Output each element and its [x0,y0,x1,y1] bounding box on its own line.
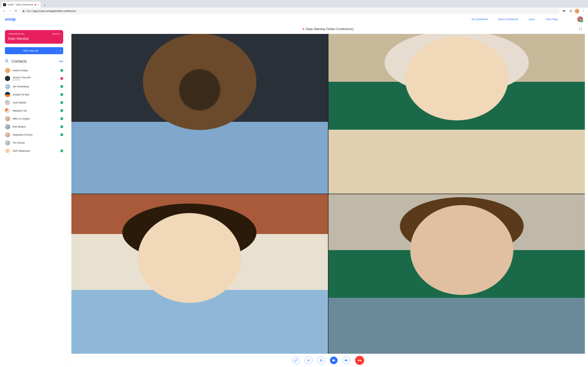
url-path: app.onsip.com/app/#/video-conference [34,10,76,12]
contact-duration: 00:00:10 [13,79,58,81]
start-call-dropdown-button[interactable] [56,47,63,54]
contact-avatar [5,76,10,81]
browser-tab-strip: O OnSIP - Video Conference × + [0,0,588,8]
contact-meta: Mike La Vorgna [13,117,58,120]
add-contact-button[interactable]: Add [59,60,63,63]
contacts-list: Helene KidaryJames Criscuolo00:00:10Jim … [5,67,63,155]
contact-name: Jim Greenberg [13,85,58,88]
search-icon[interactable] [5,59,9,64]
hangup-button[interactable] [355,356,364,365]
link-icon [294,359,298,362]
status-available-icon [60,85,63,88]
participant-video [71,194,328,354]
contact-row[interactable]: Stephanie Fornino [5,131,63,139]
contact-avatar [5,148,10,153]
status-available-icon [60,125,63,128]
contact-row[interactable]: Rob Wolpov [5,123,63,131]
copy-link-button[interactable] [292,357,300,364]
url-scheme: https:// [26,10,34,12]
video-tile[interactable] [329,194,585,354]
address-bar[interactable]: https://app.onsip.com/app/#/video-confer… [20,8,560,14]
contact-avatar [5,116,10,121]
contact-name: Mike La Vorgna [13,117,58,120]
camera-indicator-icon[interactable] [562,8,567,14]
browser-tab[interactable]: O OnSIP - Video Conference × [1,2,41,8]
contact-meta: Rob Wolpov [13,125,58,128]
contact-name: Josh Nathan [13,101,58,104]
nav-sayso[interactable]: sayso [529,18,535,21]
contact-avatar [5,108,10,113]
conference-title: Daily Standup [8,37,60,41]
contact-name: Joseph De Bari [13,93,58,96]
video-tile[interactable] [329,34,585,194]
conference-label: CONFERENCING [8,33,24,35]
contact-meta: Stephanie Fornino [13,133,58,136]
pause-icon [307,359,310,362]
contact-meta: Tim Cleves [13,141,63,144]
contact-row[interactable]: Margaret Joy [5,107,63,115]
contact-meta: Jim Greenberg [13,85,58,88]
hangup-icon [357,358,362,363]
recording-indicator-icon [35,4,36,5]
video-tile[interactable] [71,194,328,354]
microphone-icon [319,359,323,362]
status-available-icon [60,101,63,104]
nav-team-page[interactable]: Team Page [545,18,558,21]
status-available-icon [60,133,63,136]
video-icon [332,359,336,362]
main-content: Daily Standup (Video Conference) [68,24,588,367]
svg-rect-6 [321,359,322,361]
fullscreen-button[interactable] [578,26,583,32]
chevron-down-icon [59,50,61,52]
contact-row[interactable]: Josh Nathan [5,99,63,107]
contact-name: Zach Matarasso [13,150,58,152]
contact-avatar [5,84,10,89]
pause-button[interactable] [305,357,312,364]
contact-row[interactable]: Tim Cleves [5,139,63,147]
logo[interactable]: onsip [5,17,16,22]
new-tab-button[interactable]: + [42,3,47,8]
reload-button[interactable] [13,8,18,14]
conference-duration: 00:02:21 [52,33,60,35]
contacts-heading: Contacts [12,59,27,64]
contact-name: Stephanie Fornino [13,133,58,136]
contact-row[interactable]: Jim Greenberg [5,83,63,91]
status-available-icon [60,150,63,152]
video-grid [71,34,585,354]
browser-profile-avatar[interactable] [575,9,579,13]
active-conference-card[interactable]: CONFERENCING 00:02:21 Daily Standup [5,30,63,44]
browser-menu-button[interactable] [581,8,586,14]
video-tile[interactable] [71,34,328,194]
contact-row[interactable]: Zach Matarasso [5,147,63,155]
close-tab-icon[interactable]: × [37,3,39,6]
contact-avatar [5,140,10,145]
svg-point-3 [5,60,8,62]
favicon-icon: O [3,3,6,6]
speaker-icon [345,359,348,362]
contact-row[interactable]: James Criscuolo00:00:10 [5,75,63,83]
app-header: onsip My Dashboard Queue Dashboard sayso… [0,14,588,24]
mute-button[interactable] [317,357,325,364]
start-new-call-button[interactable]: Start new call [5,47,56,54]
back-button[interactable] [1,8,7,14]
forward-button[interactable] [7,8,13,14]
contact-row[interactable]: Mike La Vorgna [5,115,63,123]
nav-my-dashboard[interactable]: My Dashboard [472,18,488,21]
browser-toolbar: https://app.onsip.com/app/#/video-confer… [0,8,588,14]
video-toggle-button[interactable] [330,357,337,364]
user-avatar[interactable] [577,16,583,22]
contact-row[interactable]: Joseph De Bari [5,91,63,99]
contact-meta: Zach Matarasso [13,150,58,152]
contact-avatar [5,92,10,97]
nav-queue-dashboard[interactable]: Queue Dashboard [498,18,518,21]
contact-meta: Helene Kidary [13,69,58,72]
audio-output-button[interactable] [343,357,350,364]
svg-point-1 [583,11,584,11]
contact-meta: Joseph De Bari [13,93,58,96]
status-available-icon [60,93,63,96]
contact-name: Helene Kidary [13,69,58,72]
contact-avatar [5,132,10,137]
contact-row[interactable]: Helene Kidary [5,67,63,75]
bookmark-button[interactable] [568,8,573,14]
svg-point-2 [583,12,584,12]
